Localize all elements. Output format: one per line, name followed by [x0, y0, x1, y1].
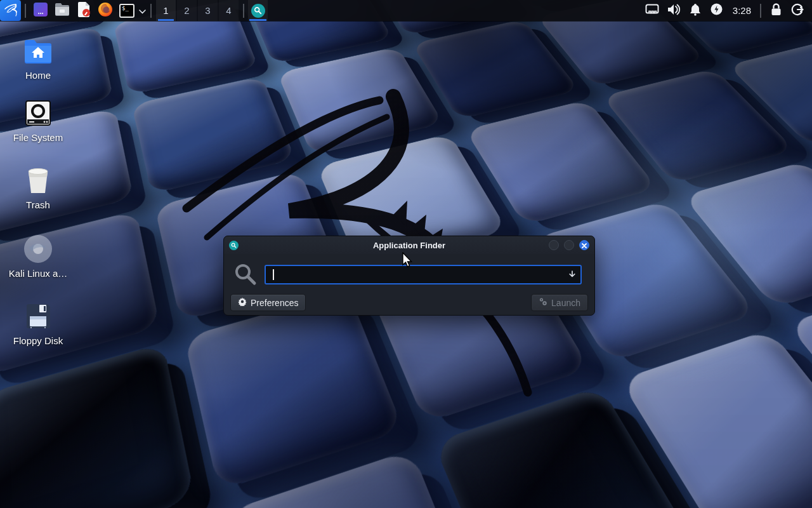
- lock-screen-button[interactable]: [765, 0, 787, 21]
- desktop-icon-label: Kali Linux a…: [9, 268, 68, 279]
- desktop-icon-kali-linux[interactable]: Kali Linux a…: [3, 234, 73, 279]
- launch-button[interactable]: Launch: [531, 294, 588, 311]
- dialog-actions: Preferences Launch: [224, 294, 594, 311]
- window-body: Preferences Launch: [224, 254, 594, 316]
- volume-icon: [667, 3, 681, 18]
- desktop-icon-label: File System: [13, 132, 63, 143]
- power-manager-tray-button[interactable]: [706, 0, 728, 21]
- application-finder-icon: [229, 241, 239, 250]
- panel-right-cluster: 3:28: [641, 0, 812, 21]
- floppy-disk-icon: [23, 301, 53, 331]
- firefox-icon: [98, 2, 113, 20]
- panel-separator: [150, 4, 152, 18]
- panel-left-cluster: $_ 1 2 3 4: [0, 0, 268, 21]
- preferences-label: Preferences: [251, 298, 298, 308]
- chevron-down-icon: [139, 5, 146, 17]
- panel-clock[interactable]: 3:28: [728, 5, 756, 16]
- search-input[interactable]: [265, 265, 582, 284]
- maximize-button[interactable]: [564, 240, 574, 250]
- panel-separator: [25, 4, 26, 18]
- desktop-icon-home[interactable]: Home: [3, 36, 73, 81]
- desktop-icon-floppy-disk[interactable]: Floppy Disk: [3, 301, 73, 346]
- kali-dragon-icon: [3, 2, 18, 20]
- minimize-button[interactable]: [549, 240, 559, 250]
- close-button[interactable]: [579, 240, 589, 250]
- desktop-icon-trash[interactable]: Trash: [3, 165, 73, 210]
- desktop-window-icon: [33, 2, 48, 20]
- taskbar-application-finder[interactable]: [248, 0, 268, 21]
- home-folder-icon: [23, 36, 53, 66]
- logout-button[interactable]: [787, 0, 808, 21]
- network-icon: [645, 4, 659, 18]
- top-panel: $_ 1 2 3 4: [0, 0, 812, 21]
- workspace-switcher: 1 2 3 4: [155, 0, 239, 21]
- trash-icon: [23, 165, 53, 196]
- desktop-icon-label: Floppy Disk: [13, 335, 63, 346]
- terminal-dropdown-button[interactable]: [138, 1, 147, 20]
- launcher-terminal[interactable]: $_: [117, 1, 136, 20]
- volume-tray-button[interactable]: [663, 0, 684, 21]
- preferences-button[interactable]: Preferences: [230, 294, 306, 311]
- panel-separator: [760, 4, 761, 18]
- desktop-icon-label: Home: [25, 70, 51, 81]
- launcher-text-editor[interactable]: [74, 1, 93, 20]
- hard-drive-icon: [23, 98, 53, 128]
- kali-disc-icon: [23, 234, 53, 264]
- window-title: Application Finder: [224, 241, 594, 250]
- power-icon: [710, 3, 723, 18]
- window-controls: [549, 240, 589, 250]
- workspace-1[interactable]: 1: [156, 0, 176, 21]
- lock-icon: [771, 3, 782, 18]
- launch-gears-icon: [539, 297, 547, 308]
- text-caret: [273, 269, 274, 280]
- arrow-down-icon[interactable]: [568, 270, 577, 281]
- search-icon: [234, 263, 257, 288]
- kali-menu-button[interactable]: [0, 0, 21, 21]
- wallpaper-cube: [0, 343, 195, 508]
- close-icon: [582, 239, 587, 251]
- network-tray-button[interactable]: [641, 0, 663, 21]
- workspace-4[interactable]: 4: [219, 0, 239, 21]
- desktop-icon-label: Trash: [26, 199, 50, 210]
- launcher-desktop-window[interactable]: [31, 1, 50, 20]
- desktop-icon-file-system[interactable]: File System: [3, 98, 73, 143]
- window-titlebar[interactable]: Application Finder: [224, 236, 594, 254]
- workspace-2[interactable]: 2: [177, 0, 197, 21]
- launcher-file-manager[interactable]: [53, 1, 72, 20]
- launcher-firefox[interactable]: [96, 1, 115, 20]
- launch-label: Launch: [551, 298, 580, 308]
- application-finder-window: Application Finder: [223, 236, 595, 316]
- search-field-wrap: [265, 265, 582, 284]
- notifications-tray-button[interactable]: [684, 0, 706, 21]
- file-manager-icon: [55, 3, 70, 19]
- panel-separator: [243, 4, 244, 18]
- logout-icon: [791, 3, 804, 18]
- gear-icon: [238, 297, 247, 308]
- notifications-icon: [690, 3, 701, 18]
- terminal-icon: $_: [119, 4, 134, 18]
- text-editor-icon: [77, 2, 91, 20]
- workspace-3[interactable]: 3: [198, 0, 218, 21]
- application-finder-icon: [251, 4, 265, 18]
